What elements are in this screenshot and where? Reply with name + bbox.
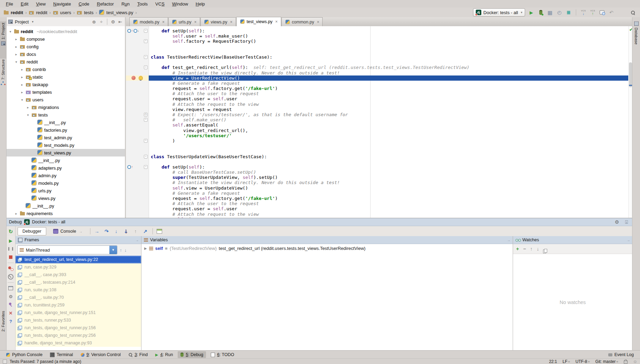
settings-icon[interactable]: ⚙	[110, 19, 116, 24]
breadcrumb-item[interactable]: reddit	[3, 10, 24, 15]
move-up-icon[interactable]: ↑	[530, 246, 532, 252]
tree-row[interactable]: admin.py	[6, 172, 125, 179]
tree-chevron-icon[interactable]: ▸	[14, 45, 18, 49]
variable-row[interactable]: ▶ self = {TestUserRedirectView} test_get…	[144, 246, 510, 251]
fold-marker-icon[interactable]: −	[144, 55, 148, 59]
restore-layout-icon[interactable]	[8, 285, 13, 291]
tree-row[interactable]: test_views.py	[6, 149, 125, 156]
breadcrumb-item[interactable]: users	[52, 10, 72, 15]
override-marker-icon[interactable]: ↑↓	[127, 29, 139, 33]
thread-dropdown-button[interactable]: ▼	[109, 246, 117, 254]
sidebar-tab-favorites[interactable]: 2: Favorites	[0, 310, 6, 353]
frame-row[interactable]: __call__, case.py:393	[16, 271, 141, 279]
toolwindow-button-python-console[interactable]: Python Console	[3, 351, 45, 358]
editor-tab-models-py[interactable]: models.py×	[129, 17, 168, 26]
toolwindow-button-find[interactable]: 3: Find	[126, 351, 150, 358]
vcs-update-icon[interactable]: VCS↓	[580, 9, 587, 16]
sidebar-tab-project[interactable]: 1: Project	[0, 21, 6, 59]
breadcrumb-item[interactable]: reddit	[28, 10, 48, 15]
chevron-right-icon[interactable]: ▶	[144, 246, 147, 250]
thread-selector[interactable]: MainThread ▼	[17, 245, 117, 254]
tree-chevron-icon[interactable]: ▸	[26, 105, 30, 109]
close-icon[interactable]: ×	[230, 20, 233, 24]
tree-chevron-icon[interactable]: ▸	[20, 68, 24, 71]
remove-watch-icon[interactable]: −	[523, 246, 526, 252]
tree-row[interactable]: ▾reddit~/cookiecutter/reddit	[6, 28, 125, 35]
settings-gear-icon[interactable]: ⚙	[8, 294, 13, 299]
tree-row[interactable]: factories.py	[6, 126, 125, 134]
hide-panel-icon[interactable]: ⍗	[623, 219, 630, 225]
code-editor[interactable]: ↑↓−^−−◇^^−↑− def setUp(self): self.user …	[126, 26, 632, 218]
status-item[interactable]: 22:1	[549, 359, 557, 364]
close-icon[interactable]: ✕	[8, 310, 13, 316]
view-breakpoints-icon[interactable]	[8, 266, 13, 271]
tree-chevron-icon[interactable]: ▾	[26, 113, 30, 117]
menu-vcs[interactable]: VCS	[151, 1, 168, 7]
profiler-icon[interactable]: ◴	[556, 9, 562, 16]
pause-icon[interactable]	[8, 246, 13, 252]
status-item[interactable]: LF÷	[563, 359, 570, 364]
hector-face-icon[interactable]: ☺	[633, 359, 637, 364]
stop-icon[interactable]	[8, 254, 13, 260]
fold-marker-icon[interactable]: ^	[144, 39, 148, 43]
menu-refactor[interactable]: Refactor	[93, 1, 118, 7]
frame-row[interactable]: run_tests, runner.py:533	[16, 316, 141, 324]
tree-row[interactable]: ▸compose	[6, 35, 125, 43]
frame-row[interactable]: run, suite.py:108	[16, 286, 141, 294]
mute-breakpoints-icon[interactable]	[8, 274, 13, 280]
tree-row[interactable]: ▸migrations	[6, 103, 125, 111]
tree-row[interactable]: test_admin.py	[6, 134, 125, 141]
step-into-icon[interactable]: ↓	[112, 229, 120, 234]
tree-row[interactable]: __init__.py	[6, 119, 125, 126]
add-watch-icon[interactable]: +	[516, 246, 519, 252]
close-icon[interactable]: ×	[317, 20, 319, 24]
run-to-cursor-icon[interactable]: ↗	[141, 229, 149, 234]
frame-row[interactable]: handle, django_test_manage.py:93	[16, 339, 141, 347]
event-log-button[interactable]: Event Log	[605, 351, 637, 358]
frame-row[interactable]: run, tcunittest.py:259	[16, 301, 141, 309]
editor-tab-common-py[interactable]: common.py×	[282, 17, 323, 26]
local-history-icon[interactable]	[599, 9, 605, 16]
tree-row[interactable]: ▸requirements	[6, 210, 125, 217]
breadcrumb-item[interactable]: tests	[76, 10, 94, 15]
force-step-into-icon[interactable]: ⇣	[122, 229, 130, 234]
menu-tools[interactable]: Tools	[134, 1, 151, 7]
status-item[interactable]: Git: master÷	[595, 359, 618, 364]
menu-code[interactable]: Code	[75, 1, 93, 7]
settings-gear-icon[interactable]: ⚙	[614, 219, 620, 225]
tree-row[interactable]: __init__.py	[6, 202, 125, 210]
frame-row[interactable]: run_tests, django_test_runner.py:156	[16, 324, 141, 332]
editor-tab-views-py[interactable]: views.py×	[200, 17, 236, 26]
rerun-icon[interactable]: ↻	[8, 228, 14, 234]
frame-row[interactable]: run, case.py:329	[16, 263, 141, 271]
frame-row[interactable]: __call__, suite.py:70	[16, 294, 141, 301]
move-down-icon[interactable]: ↓	[536, 246, 539, 252]
menu-help[interactable]: Help	[192, 1, 209, 7]
hide-icon[interactable]: ⇤	[118, 19, 123, 24]
breadcrumb-item[interactable]: test_views.py	[98, 10, 134, 15]
frame-up-icon[interactable]: ↑	[120, 247, 122, 253]
step-over-icon[interactable]: ↷	[103, 229, 110, 234]
tree-row[interactable]: views.py	[6, 194, 125, 202]
menu-navigate[interactable]: Navigate	[49, 1, 75, 7]
tree-row[interactable]: test_models.py	[6, 141, 125, 149]
tree-row[interactable]: ▸config	[6, 43, 125, 50]
fold-marker-icon[interactable]: ◇	[144, 113, 148, 117]
sidebar-tab-structure[interactable]: 7: Structure	[0, 58, 6, 102]
tree-row[interactable]: ▸docs	[6, 50, 125, 58]
editor-tab-urls-py[interactable]: urls.py×	[168, 17, 200, 26]
tree-chevron-icon[interactable]: ▸	[14, 52, 18, 56]
tree-chevron-icon[interactable]: ▸	[14, 212, 18, 215]
run-icon[interactable]: ▶	[528, 9, 534, 16]
menu-edit[interactable]: Edit	[17, 1, 32, 7]
step-out-icon[interactable]: ↑	[132, 229, 139, 234]
toolwindow-button-run[interactable]: ▶4: Run	[152, 351, 176, 358]
build-icon[interactable]: ≣	[565, 9, 572, 16]
override-marker-icon[interactable]: ↑	[127, 165, 133, 169]
editor-gutter[interactable]: ↑↓−^−−◇^^−↑−	[126, 26, 149, 218]
intention-lightbulb-icon[interactable]	[139, 76, 143, 80]
frame-row[interactable]: __call__, testcases.py:214	[16, 279, 141, 286]
project-panel-title[interactable]: Project ▾	[8, 19, 33, 24]
fold-marker-icon[interactable]: ^	[144, 139, 148, 143]
tree-row[interactable]: ▸static	[6, 73, 125, 81]
